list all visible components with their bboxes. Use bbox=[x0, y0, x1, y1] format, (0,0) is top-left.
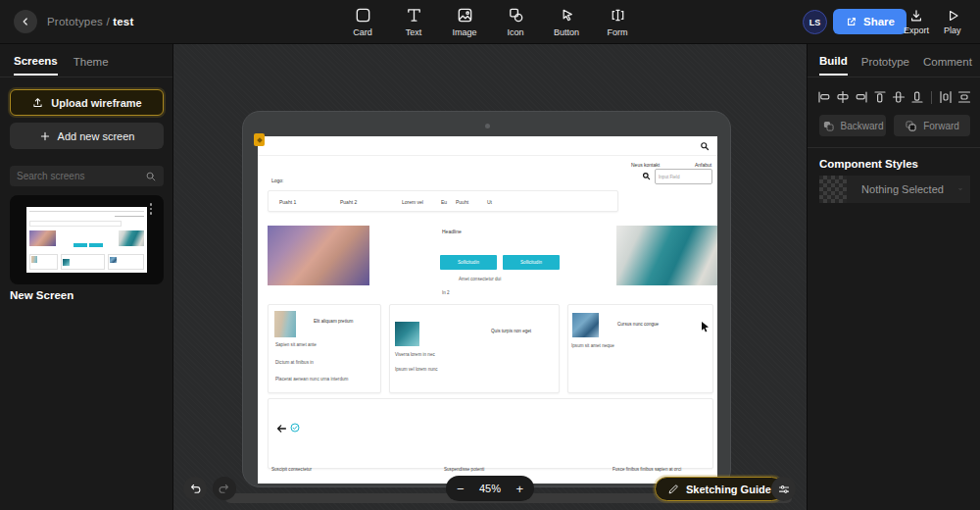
wf-menu-item[interactable]: Lorem vel bbox=[402, 199, 423, 205]
breadcrumb-root[interactable]: Prototypes bbox=[47, 16, 103, 27]
screen-name-label: New Screen bbox=[10, 289, 74, 301]
wf-search-icon[interactable] bbox=[642, 172, 651, 180]
card-icon bbox=[354, 6, 372, 25]
canvas-settings-button[interactable] bbox=[771, 477, 796, 501]
thumb-button bbox=[74, 243, 87, 247]
tool-icon[interactable]: Icon bbox=[495, 6, 536, 37]
wf-footer-item[interactable]: Suscipit consectetur bbox=[271, 467, 312, 472]
wf-menu-item[interactable]: Eu bbox=[441, 199, 447, 205]
add-new-screen-button[interactable]: Add new screen bbox=[10, 123, 164, 149]
forward-icon bbox=[905, 120, 917, 132]
wf-menu-item[interactable]: Puaht 2 bbox=[340, 199, 357, 205]
wf-button-primary[interactable]: Sollicitudin bbox=[440, 255, 497, 270]
wf-menu-item[interactable]: Puaht 1 bbox=[279, 199, 296, 205]
share-icon bbox=[845, 16, 858, 28]
cursor-pointer-icon bbox=[701, 322, 710, 332]
thumb-line bbox=[115, 216, 144, 217]
tool-form[interactable]: Form bbox=[597, 6, 638, 37]
tool-button[interactable]: Button bbox=[546, 6, 587, 37]
right-sidebar: Build Prototype Comment Backward Forward… bbox=[807, 44, 980, 510]
screen-thumbnail-preview bbox=[26, 207, 147, 273]
wireframe-screen[interactable]: Neus kontakt Anfabut Logo: Input Field P… bbox=[258, 136, 717, 484]
align-top-icon[interactable] bbox=[873, 90, 887, 104]
backward-icon bbox=[822, 120, 835, 132]
wf-bottom-panel[interactable] bbox=[268, 398, 713, 469]
component-style-dropdown[interactable]: Nothing Selected bbox=[819, 176, 970, 203]
screen-thumbnail-card[interactable] bbox=[10, 195, 164, 284]
canvas-area[interactable]: Neus kontakt Anfabut Logo: Input Field P… bbox=[173, 44, 807, 510]
undo-icon bbox=[188, 482, 202, 495]
bring-forward-button[interactable]: Forward bbox=[894, 115, 970, 136]
redo-button[interactable] bbox=[213, 477, 236, 500]
align-bottom-icon[interactable] bbox=[910, 90, 924, 104]
tab-build[interactable]: Build bbox=[819, 46, 848, 76]
tab-screens[interactable]: Screens bbox=[14, 46, 58, 76]
wf-logo-label[interactable]: Logo: bbox=[271, 178, 284, 183]
wf-content-card-3[interactable]: Cursus nunc congue Ipsum sit amet neque bbox=[567, 304, 713, 393]
align-right-icon[interactable] bbox=[855, 90, 868, 104]
left-sidebar: Screens Theme Upload wireframe Add new s… bbox=[0, 44, 173, 510]
wf-button-secondary[interactable]: Sollicitudin bbox=[503, 255, 560, 270]
breadcrumb[interactable]: Prototypes / test bbox=[47, 16, 133, 27]
device-frame: Neus kontakt Anfabut Logo: Input Field P… bbox=[242, 111, 731, 487]
redo-icon bbox=[218, 482, 231, 495]
wf-hero-image-left[interactable] bbox=[268, 226, 369, 285]
zoom-out-button[interactable]: − bbox=[457, 483, 465, 495]
sketching-guide-button[interactable]: Sketching Guide bbox=[655, 477, 784, 501]
share-button[interactable]: Share bbox=[833, 9, 906, 34]
tool-card[interactable]: Card bbox=[342, 6, 383, 37]
forward-label: Forward bbox=[923, 121, 959, 131]
wf-hero-image-right[interactable] bbox=[616, 226, 717, 285]
thumb-card-3 bbox=[108, 254, 144, 270]
play-button[interactable]: Play bbox=[944, 8, 961, 35]
alignment-toolbar bbox=[817, 88, 974, 106]
wf-menu-item[interactable]: Ut bbox=[487, 199, 492, 205]
wf-footer-item[interactable]: Fusce finibus finibus sapien at orci bbox=[612, 467, 681, 472]
distribute-horizontal-icon[interactable] bbox=[939, 90, 953, 104]
search-screens-input[interactable] bbox=[17, 171, 139, 181]
distribute-vertical-icon[interactable] bbox=[957, 90, 971, 104]
wf-caption[interactable]: Amet consectetur dui bbox=[459, 277, 501, 281]
export-button[interactable]: Export bbox=[904, 8, 929, 35]
wf-menu-item[interactable]: Puuht bbox=[456, 199, 468, 205]
breadcrumb-current: test bbox=[113, 16, 133, 27]
avatar-initials: LS bbox=[809, 18, 821, 27]
align-center-vertical-icon[interactable] bbox=[892, 90, 906, 104]
send-backward-button[interactable]: Backward bbox=[819, 115, 886, 136]
search-icon bbox=[145, 171, 157, 182]
tab-prototype[interactable]: Prototype bbox=[861, 47, 909, 75]
chevron-down-icon bbox=[958, 183, 970, 195]
wf-content-card-2[interactable]: Quis turpis non eget Viverra lorem in ne… bbox=[389, 304, 560, 393]
wf-nav-menu[interactable]: Puaht 1 Puaht 2 Lorem vel Eu Puuht Ut bbox=[268, 190, 618, 212]
avatar[interactable]: LS bbox=[803, 10, 827, 34]
tab-comment[interactable]: Comment bbox=[923, 47, 972, 75]
tab-theme[interactable]: Theme bbox=[74, 47, 109, 75]
wf-footer-item[interactable]: Suspendisse potenti bbox=[444, 467, 484, 472]
zoom-in-button[interactable]: + bbox=[515, 483, 523, 495]
wf-input-field[interactable]: Input Field bbox=[655, 169, 712, 184]
upload-wireframe-button[interactable]: Upload wireframe bbox=[10, 89, 164, 116]
align-center-horizontal-icon[interactable] bbox=[836, 90, 850, 104]
tool-image[interactable]: Image bbox=[444, 6, 485, 37]
wf-check-circle-icon bbox=[290, 423, 300, 433]
wf-link[interactable]: Neus kontakt bbox=[631, 162, 660, 168]
pencil-icon bbox=[667, 483, 680, 495]
wf-content-card-1[interactable]: Elit aliquam pretium Sapien sit amet ant… bbox=[268, 304, 381, 393]
undo-button[interactable] bbox=[183, 477, 207, 500]
screen-options-menu[interactable] bbox=[150, 203, 153, 215]
play-icon bbox=[945, 8, 960, 24]
align-left-icon[interactable] bbox=[817, 90, 831, 104]
wf-button-label: Sollicitudin bbox=[520, 260, 542, 265]
thumb-card-2 bbox=[61, 254, 105, 270]
wf-headline[interactable]: Headline bbox=[442, 229, 462, 234]
wf-topbar[interactable] bbox=[258, 136, 717, 156]
wf-search-icon[interactable] bbox=[700, 141, 710, 151]
upload-wireframe-label: Upload wireframe bbox=[51, 97, 141, 109]
sketch-badge-icon bbox=[254, 133, 265, 146]
wf-link[interactable]: Anfabut bbox=[695, 162, 711, 168]
breadcrumb-separator: / bbox=[103, 16, 113, 27]
back-button[interactable] bbox=[14, 10, 37, 33]
tool-text[interactable]: Text bbox=[393, 6, 434, 37]
wf-subcaption[interactable]: In 2 bbox=[442, 290, 450, 295]
search-screens-box bbox=[10, 166, 164, 186]
